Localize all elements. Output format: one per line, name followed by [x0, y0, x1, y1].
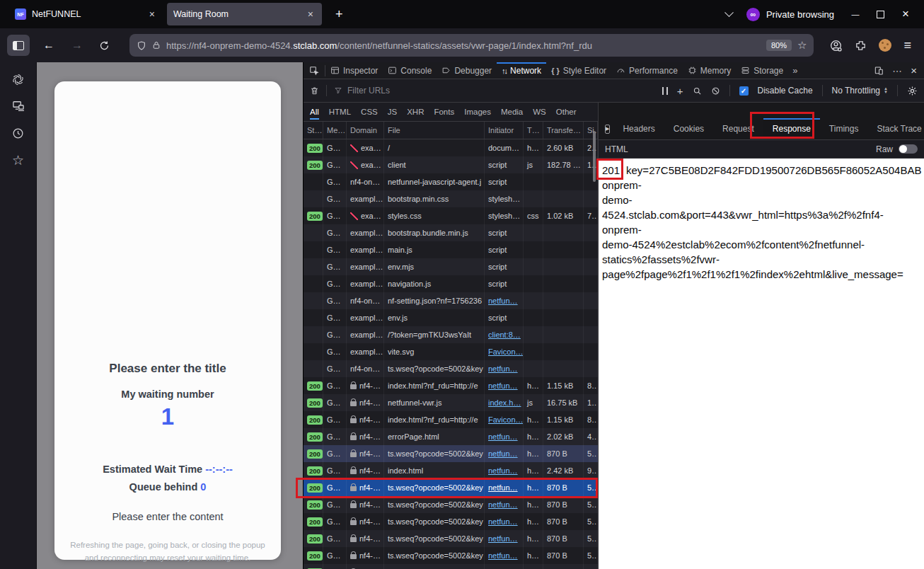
request-row[interactable]: G…nf4-on…netfunnel-javascript-agent.jscr… [304, 173, 598, 190]
initiator-link[interactable]: netfun… [488, 432, 518, 441]
request-row[interactable]: 200G…nf4-…ts.wseq?opcode=5002&keynetfun…… [304, 496, 598, 513]
initiator-link[interactable]: index.h… [488, 398, 521, 407]
detail-tab-response[interactable]: Response [763, 118, 820, 139]
initiator-link[interactable]: netfun… [488, 483, 518, 492]
initiator-link[interactable]: netfun… [488, 364, 518, 373]
detail-tab-request[interactable]: Request [713, 118, 763, 139]
filter-js[interactable]: JS [388, 104, 397, 120]
request-row[interactable]: G…exampl…env.mjsscript [304, 258, 598, 275]
request-row[interactable]: G…exampl…bootstrap.bundle.min.jsscript [304, 224, 598, 241]
filter-ws[interactable]: WS [533, 104, 546, 120]
request-row[interactable]: 200G…nf4-…ts.wseq?opcode=5002&keynetfun…… [304, 547, 598, 564]
filter-fonts[interactable]: Fonts [434, 104, 454, 120]
forward-button[interactable]: → [65, 39, 89, 52]
responsive-design-icon[interactable] [874, 66, 884, 76]
request-row[interactable]: G…exampl…vite.svgFavicon… [304, 343, 598, 360]
minimize-button[interactable]: — [848, 10, 862, 18]
request-row[interactable]: 200G…nf4-…ts.wseq?opcode=5002&keynetfun…… [304, 564, 598, 569]
sidebar-toggle-button[interactable] [7, 35, 30, 56]
column-header[interactable]: T… [524, 122, 543, 139]
request-row[interactable]: 200G…nf4-…ts.wseq?opcode=5002&keynetfun…… [304, 513, 598, 530]
request-row[interactable]: G…exampl…/?token=gmTKU3wsYaItclient:8… [304, 326, 598, 343]
request-row[interactable]: 200G…nf4-…ts.wseq?opcode=5002&keynetfun…… [304, 530, 598, 547]
cookie-extension-icon[interactable] [879, 39, 891, 52]
raw-toggle[interactable]: Raw [876, 144, 918, 154]
tab-waiting-room[interactable]: Waiting Room × [167, 3, 322, 25]
clear-requests-trash-icon[interactable] [310, 86, 319, 96]
menu-hamburger-icon[interactable]: ≡ [903, 38, 911, 53]
request-row[interactable]: G…exampl…navigation.jsscript [304, 275, 598, 292]
devtools-close-icon[interactable]: × [911, 64, 917, 76]
detail-tab-stack-trace[interactable]: Stack Trace [867, 118, 924, 139]
throttling-dropdown[interactable]: No Throttling ▲▼ [832, 86, 888, 96]
tab-style-editor[interactable]: { } Style Editor [546, 62, 611, 79]
filter-images[interactable]: Images [464, 104, 491, 120]
pick-element-icon[interactable] [304, 62, 325, 79]
column-header[interactable]: Me… [323, 122, 347, 139]
add-request-icon[interactable]: + [677, 85, 683, 97]
back-button[interactable]: ← [37, 39, 61, 52]
column-header[interactable]: St… [304, 122, 323, 139]
tab-storage[interactable]: Storage [736, 62, 788, 79]
network-settings-gear-icon[interactable] [907, 86, 918, 96]
initiator-link[interactable]: Favicon… [488, 415, 524, 424]
request-row[interactable]: G…exampl…env.jsscript [304, 309, 598, 326]
initiator-link[interactable]: netfun… [488, 449, 518, 458]
initiator-link[interactable]: client:8… [488, 331, 521, 339]
new-tab-button[interactable]: + [331, 7, 347, 22]
tab-debugger[interactable]: Debugger [437, 62, 497, 79]
pause-icon[interactable] [662, 87, 668, 95]
tab-network[interactable]: ↑↓ Network [497, 62, 546, 79]
filter-xhr[interactable]: XHR [407, 104, 424, 120]
request-list-scrollbar[interactable] [593, 131, 596, 182]
initiator-link[interactable]: netfun… [488, 297, 518, 305]
initiator-link[interactable]: netfun… [488, 500, 518, 509]
initiator-link[interactable]: Favicon… [488, 347, 524, 356]
url-bar[interactable]: https://nf4-onprem-demo-4524.stclab.com/… [129, 34, 814, 57]
request-row[interactable]: 200G…exa…clientscriptjs182.78 …1… [304, 156, 598, 173]
filter-media[interactable]: Media [501, 104, 523, 120]
bookmarks-star-icon[interactable]: ☆ [11, 153, 25, 167]
history-clock-icon[interactable] [11, 126, 25, 140]
detail-tab-timings[interactable]: Timings [820, 118, 868, 139]
request-row[interactable]: 200G…nf4-…index.htmlnetfun…h…2.42 kB9… [304, 462, 598, 479]
bookmark-star-icon[interactable]: ☆ [797, 39, 807, 52]
initiator-link[interactable]: netfun… [488, 534, 518, 543]
request-row[interactable]: 200G…exa…/docum…h…2.60 kB2… [304, 139, 598, 156]
synced-tabs-icon[interactable] [11, 99, 25, 113]
request-row[interactable]: 200G…nf4-…index.html?nf_rdu=http://enetf… [304, 377, 598, 394]
tab-inspector[interactable]: Inspector [325, 62, 383, 79]
detail-tab-cookies[interactable]: Cookies [664, 118, 713, 139]
zoom-level-badge[interactable]: 80% [766, 40, 792, 51]
ai-chatbot-icon[interactable] [11, 72, 25, 86]
block-icon[interactable] [711, 86, 720, 96]
tab-performance[interactable]: Performance [611, 62, 683, 79]
more-tabs-icon[interactable]: » [788, 62, 802, 79]
devtools-overflow-icon[interactable]: ⋯ [892, 65, 902, 76]
request-row[interactable]: 200G…exa…styles.cssstylesh…css1.02 kB7… [304, 207, 598, 224]
initiator-link[interactable]: netfun… [488, 517, 518, 526]
tab-netfunnel[interactable]: NF NetFUNNEL × [8, 3, 163, 25]
request-row[interactable]: 200G…nf4-…ts.wseq?opcode=5002&keynetfun…… [304, 479, 598, 496]
search-icon[interactable] [693, 86, 702, 96]
disable-cache-checkbox[interactable]: ✓ [739, 86, 749, 96]
maximize-button[interactable] [877, 11, 884, 18]
column-header[interactable]: Initiator [485, 122, 524, 139]
column-header[interactable]: Si… [584, 122, 598, 139]
list-tabs-chevron-icon[interactable] [724, 8, 734, 17]
request-row[interactable]: G…nf4-on…ts.wseq?opcode=5002&keynetfun… [304, 360, 598, 377]
request-row[interactable]: 200G…nf4-…netfunnel-vwr.jsindex.h…js16.7… [304, 394, 598, 411]
request-row[interactable]: G…exampl…main.jsscript [304, 241, 598, 258]
tab-console[interactable]: Console [383, 62, 437, 79]
request-row[interactable]: 200G…nf4-…index.html?nf_rdu=http://eFavi… [304, 411, 598, 428]
initiator-link[interactable]: netfun… [488, 381, 518, 390]
toggle-details-pane-icon[interactable]: ▶ [605, 125, 610, 134]
close-window-button[interactable]: × [899, 7, 913, 21]
tab-close-icon[interactable]: × [147, 8, 157, 20]
extensions-puzzle-icon[interactable] [855, 40, 867, 52]
lock-icon[interactable] [152, 40, 161, 50]
filter-html[interactable]: HTML [329, 104, 351, 120]
request-row[interactable]: 200G…nf4-…errorPage.htmlnetfun…h…2.02 kB… [304, 428, 598, 445]
account-icon[interactable] [829, 39, 843, 52]
reload-button[interactable] [93, 40, 115, 51]
